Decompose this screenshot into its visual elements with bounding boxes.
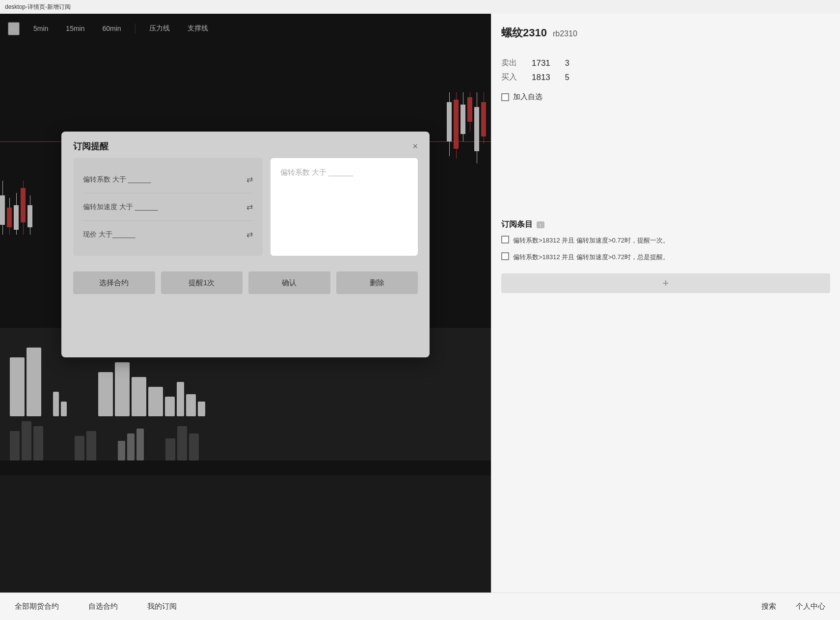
subscribe-title-row: 订阅条目 ↑ (501, 219, 830, 230)
condition-swap-3[interactable]: ⇄ (246, 230, 253, 239)
subscribe-item-2-text: 偏转系数>18312 并且 偏转加速度>0.72时，总是提醒。 (513, 252, 669, 262)
buy-row: 买入 1813 5 (501, 72, 830, 82)
modal-header: 订阅提醒 × (61, 132, 430, 158)
buy-label: 买入 (501, 72, 517, 82)
bottom-nav-left: 全部期货合约 自选合约 我的订阅 (15, 602, 177, 611)
modal-preview-text: 偏转系数 大于 ______ (280, 168, 353, 176)
bottom-nav-my-subscribe[interactable]: 我的订阅 (147, 602, 177, 611)
condition-label-3: 现价 大于______ (83, 230, 135, 239)
title-bar-text: desktop-详情页-新增订阅 (5, 3, 71, 11)
subscribe-checkbox-1[interactable] (501, 236, 509, 243)
condition-swap-2[interactable]: ⇄ (246, 202, 253, 212)
watchlist-label: 加入自选 (513, 92, 542, 102)
title-bar: desktop-详情页-新增订阅 (0, 0, 840, 14)
bottom-nav-right: 搜索 个人中心 (761, 602, 825, 611)
add-subscribe-button[interactable]: + (501, 273, 830, 293)
buy-count: 5 (565, 73, 569, 82)
modal-body: 偏转系数 大于 ______ ⇄ 偏转加速度 大于 ______ ⇄ 现价 大于… (61, 158, 430, 266)
instrument-title: 螺纹2310 (501, 26, 547, 40)
modal-preview-panel: 偏转系数 大于 ______ (271, 158, 418, 256)
condition-row-3: 现价 大于______ ⇄ (83, 221, 253, 248)
condition-label-2: 偏转加速度 大于 ______ (83, 203, 158, 212)
modal-title: 订阅提醒 (73, 140, 108, 152)
instrument-code: rb2310 (553, 29, 577, 38)
subscribe-item-1[interactable]: 偏转系数>18312 并且 偏转加速度>0.72时，提醒一次。 (501, 236, 830, 245)
confirm-button[interactable]: 确认 (248, 271, 330, 294)
modal-conditions-panel: 偏转系数 大于 ______ ⇄ 偏转加速度 大于 ______ ⇄ 现价 大于… (73, 158, 263, 256)
condition-row-2: 偏转加速度 大于 ______ ⇄ (83, 193, 253, 221)
condition-label-1: 偏转系数 大于 ______ (83, 175, 151, 184)
watchlist-checkbox[interactable] (501, 93, 509, 101)
bottom-nav-profile[interactable]: 个人中心 (796, 602, 825, 611)
sell-count: 3 (565, 59, 569, 68)
bottom-bar: 全部期货合约 自选合约 我的订阅 搜索 个人中心 (0, 593, 840, 620)
modal-overlay: 订阅提醒 × 偏转系数 大于 ______ ⇄ 偏转加速度 大于 ______ … (0, 14, 491, 475)
right-panel: 螺纹2310 rb2310 卖出 1731 3 买入 1813 5 加入自选 订… (491, 14, 840, 620)
modal-footer: 选择合约 提醒1次 确认 删除 (61, 266, 430, 306)
condition-swap-1[interactable]: ⇄ (246, 175, 253, 184)
sell-row: 卖出 1731 3 (501, 58, 830, 68)
bottom-nav-watchlist[interactable]: 自选合约 (88, 602, 118, 611)
subscribe-title: 订阅条目 (501, 219, 533, 230)
delete-button[interactable]: 删除 (336, 271, 418, 294)
bottom-nav-search[interactable]: 搜索 (761, 602, 776, 611)
subscribe-checkbox-2[interactable] (501, 252, 509, 260)
subscribe-section: 订阅条目 ↑ 偏转系数>18312 并且 偏转加速度>0.72时，提醒一次。 偏… (501, 219, 830, 293)
bottom-nav-all-futures[interactable]: 全部期货合约 (15, 602, 59, 611)
watchlist-row[interactable]: 加入自选 (501, 92, 830, 102)
condition-row-1: 偏转系数 大于 ______ ⇄ (83, 166, 253, 193)
modal-dialog: 订阅提醒 × 偏转系数 大于 ______ ⇄ 偏转加速度 大于 ______ … (61, 132, 430, 357)
subscribe-item-2[interactable]: 偏转系数>18312 并且 偏转加速度>0.72时，总是提醒。 (501, 252, 830, 262)
subscribe-badge: ↑ (537, 221, 544, 228)
remind-once-button[interactable]: 提醒1次 (161, 271, 243, 294)
subscribe-item-1-text: 偏转系数>18312 并且 偏转加速度>0.72时，提醒一次。 (513, 236, 669, 245)
sell-label: 卖出 (501, 58, 517, 68)
sell-price: 1731 (532, 58, 550, 68)
modal-close-button[interactable]: × (412, 142, 418, 151)
select-contract-button[interactable]: 选择合约 (73, 271, 155, 294)
buy-price: 1813 (532, 73, 550, 82)
